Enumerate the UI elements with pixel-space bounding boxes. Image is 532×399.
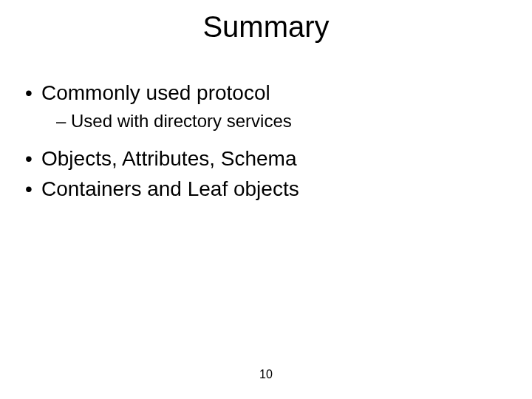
bullet-text: Used with directory services	[71, 111, 292, 131]
bullet-icon: •	[25, 176, 41, 202]
bullet-icon: •	[25, 146, 41, 171]
page-number: 10	[0, 368, 532, 381]
slide-title: Summary	[0, 10, 532, 44]
bullet-level1: •Commonly used protocol	[25, 80, 502, 106]
bullet-level2: –Used with directory services	[56, 110, 502, 132]
bullet-icon: •	[25, 80, 41, 106]
bullet-level1: •Objects, Attributes, Schema	[25, 146, 502, 171]
slide: Summary •Commonly used protocol –Used wi…	[0, 0, 532, 399]
dash-icon: –	[56, 110, 71, 132]
bullet-level1: •Containers and Leaf objects	[25, 176, 502, 202]
bullet-text: Containers and Leaf objects	[41, 177, 299, 200]
bullet-text: Objects, Attributes, Schema	[41, 147, 297, 170]
bullet-text: Commonly used protocol	[41, 81, 270, 104]
slide-body: •Commonly used protocol –Used with direc…	[25, 80, 502, 206]
